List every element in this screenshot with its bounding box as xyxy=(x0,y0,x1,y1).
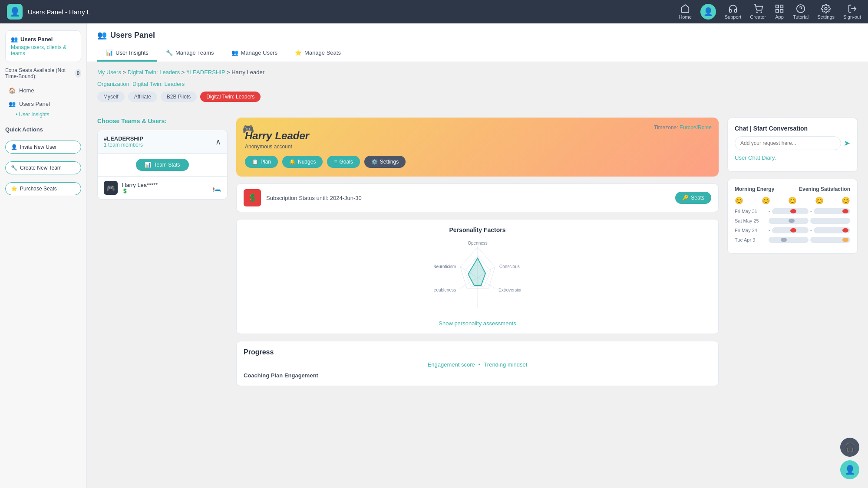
seats-button[interactable]: 🔑 Seats xyxy=(675,192,711,204)
smiley-3: 😊 xyxy=(788,197,797,205)
tab-manage-users[interactable]: 👥 Manage Users xyxy=(223,45,287,62)
page-header: 👥 Users Panel 📊 User Insights 🔧 Manage T… xyxy=(87,23,868,62)
floating-headphones-button[interactable]: 🎧 xyxy=(840,438,859,457)
progress-title: Progress xyxy=(244,348,711,356)
svg-text:Extroversion: Extroversion xyxy=(498,288,521,292)
create-new-team-button[interactable]: 🔧 Create New Team xyxy=(5,161,81,174)
chat-card: Chat | Start Conversation ➤ User Chat Di… xyxy=(727,118,858,172)
user-row-icons: 🛏️ xyxy=(212,184,221,192)
date-tue-apr9: Tue Apr 9 xyxy=(735,237,765,242)
tab-manage-seats[interactable]: ⭐ Manage Seats xyxy=(286,45,350,62)
chat-input-row: ➤ xyxy=(735,136,850,150)
morning-bar-fri24 xyxy=(772,227,809,233)
trending-mindset-link[interactable]: Trending mindset xyxy=(484,361,527,368)
tab-user-insights[interactable]: 📊 User Insights xyxy=(97,45,157,62)
morning-indicator-sat25 xyxy=(789,219,795,223)
nav-tutorial[interactable]: Tutorial xyxy=(793,4,809,20)
app-title: Users Panel - Harry L xyxy=(28,8,90,16)
tag-affiliate[interactable]: Affiliate xyxy=(128,92,157,102)
center-panel: 🎮 Timezone: Europe/Rome Harry Leader Ano… xyxy=(236,118,719,386)
team-box: #LEADERSHIP 1 team members ∧ 📊 Team Stat… xyxy=(97,130,228,200)
morning-bar-fri31 xyxy=(772,208,809,214)
nav-signout[interactable]: Sign-out xyxy=(843,4,861,20)
app-logo: 👤 xyxy=(7,4,23,20)
energy-row-tue-apr9: Tue Apr 9 xyxy=(735,237,850,243)
nav-app[interactable]: App xyxy=(775,4,784,20)
morning-bar-sat25 xyxy=(769,218,809,224)
main-content: 👥 Users Panel 📊 User Insights 🔧 Manage T… xyxy=(87,23,868,488)
smiley-5: 😊 xyxy=(842,197,850,205)
date-fri-may31: Fri May 31 xyxy=(735,209,765,214)
nav-support[interactable]: Support xyxy=(725,4,742,20)
engagement-score-link[interactable]: Engagement score xyxy=(428,361,475,368)
team-member-count: 1 team members xyxy=(104,142,143,148)
svg-rect-4 xyxy=(776,10,779,12)
sidebar-item-home[interactable]: 🏠 Home xyxy=(5,85,81,96)
settings-button[interactable]: ⚙️ Settings xyxy=(364,156,406,168)
sidebar-item-user-insights[interactable]: User Insights xyxy=(5,111,81,118)
purchase-seats-button[interactable]: ⭐ Purchase Seats xyxy=(5,182,81,195)
evening-bar-fri24 xyxy=(814,227,850,233)
profile-card: 🎮 Timezone: Europe/Rome Harry Leader Ano… xyxy=(236,118,719,177)
plan-button[interactable]: 📋 Plan xyxy=(245,156,278,168)
svg-text:Agreeableness: Agreeableness xyxy=(434,288,456,292)
energy-row-sat-may25: Sat May 25 xyxy=(735,218,850,224)
profile-card-icon: 🎮 xyxy=(242,124,254,135)
profile-anon: Anonymous account xyxy=(245,144,710,150)
tab-manage-teams[interactable]: 🔧 Manage Teams xyxy=(157,45,223,62)
goals-button[interactable]: ≡ Goals xyxy=(327,156,360,168)
tag-digital-twin-leaders[interactable]: Digital Twin: Leaders xyxy=(200,92,261,102)
team-name: #LEADERSHIP xyxy=(104,135,143,142)
page-title: 👥 Users Panel xyxy=(97,30,858,40)
breadcrumb-digital-twin[interactable]: Digital Twin: Leaders xyxy=(128,69,180,75)
evening-bar-fri31 xyxy=(814,208,850,214)
floating-avatar-button[interactable]: 👤 xyxy=(840,460,859,479)
chat-send-button[interactable]: ➤ xyxy=(844,136,850,150)
profile-timezone: Timezone: Europe/Rome xyxy=(654,124,712,131)
nav-creator[interactable]: Creator xyxy=(750,4,766,20)
progress-links: Engagement score • Trending mindset xyxy=(244,361,711,368)
user-bed-icon: 🛏️ xyxy=(212,184,221,192)
extra-seats-info: Extra Seats Available (Not Time-Bound): … xyxy=(5,67,81,79)
sidebar-users-panel-card: 👥 Users Panel Manage users, clients & te… xyxy=(5,30,81,62)
nav-settings[interactable]: Settings xyxy=(817,4,835,20)
chat-input[interactable] xyxy=(735,136,841,150)
smiley-1: 😊 xyxy=(735,197,743,205)
energy-row-fri-may24: Fri May 24 • • xyxy=(735,227,850,233)
quick-actions-title: Quick Actions xyxy=(5,126,81,133)
team-stats-button[interactable]: 📊 Team Stats xyxy=(136,159,188,171)
user-avatar[interactable]: 👤 xyxy=(700,4,716,20)
personality-card: Personality Factors xyxy=(236,219,719,334)
evening-indicator-fri31 xyxy=(842,209,848,213)
sidebar-item-users-panel[interactable]: 👥 Users Panel xyxy=(5,98,81,110)
sidebar-nav: 🏠 Home 👥 Users Panel User Insights xyxy=(5,85,81,118)
svg-text:Openness: Openness xyxy=(468,241,488,246)
sidebar-card-title: 👥 Users Panel xyxy=(11,36,76,43)
nudges-button[interactable]: 🔔 Nudges xyxy=(282,156,323,168)
breadcrumb-my-users[interactable]: My Users xyxy=(97,69,121,75)
show-personality-link[interactable]: Show personality assessments xyxy=(244,320,711,327)
morning-energy-label: Morning Energy xyxy=(735,186,774,192)
breadcrumb: My Users > Digital Twin: Leaders > #LEAD… xyxy=(97,69,858,75)
floating-buttons: 🎧 👤 xyxy=(840,438,859,479)
energy-header: Morning Energy Evening Satisfaction xyxy=(735,186,850,192)
svg-rect-2 xyxy=(776,5,779,8)
breadcrumb-leadership[interactable]: #LEADERSHIP xyxy=(186,69,225,75)
svg-point-1 xyxy=(761,12,762,13)
nav-home[interactable]: Home xyxy=(679,4,691,20)
smiley-2: 😊 xyxy=(762,197,770,205)
extra-seats-count: 0 xyxy=(75,69,81,78)
coaching-label: Coaching Plan Engagement xyxy=(244,372,711,379)
tag-b2b-pilots[interactable]: B2B Pilots xyxy=(161,92,197,102)
tag-myself[interactable]: Myself xyxy=(97,92,125,102)
invite-new-user-button[interactable]: 👤 Invite New User xyxy=(5,141,81,154)
evening-indicator-fri24 xyxy=(842,228,848,233)
team-collapse-icon[interactable]: ∧ xyxy=(215,137,221,147)
svg-point-0 xyxy=(756,12,757,13)
subscription-text: Subscription Status until: 2024-Jun-30 xyxy=(266,195,670,201)
evening-satisfaction-label: Evening Satisfaction xyxy=(799,186,850,192)
topnav-right: Home 👤 Support Creator App Tutorial Sett… xyxy=(679,4,861,20)
morning-indicator-fri31 xyxy=(790,209,796,213)
teams-header: Choose Teams & Users: xyxy=(97,118,228,124)
profile-name: Harry Leader xyxy=(245,130,710,142)
